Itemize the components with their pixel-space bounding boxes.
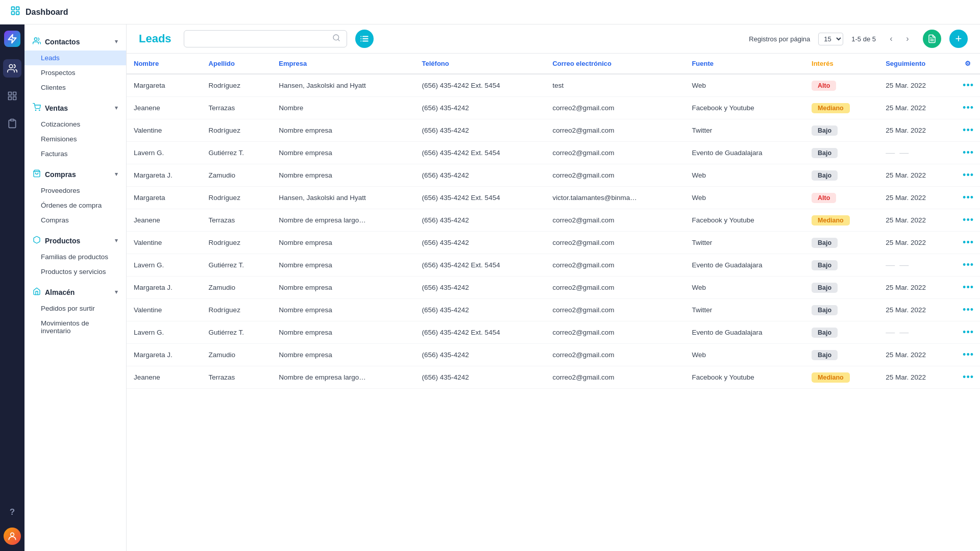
table-row[interactable]: Jeanene Terrazas Nombre de empresa largo… [127, 209, 980, 232]
row-actions-button[interactable]: ••• [963, 305, 974, 315]
table-row[interactable]: Lavern G. Gutiérrez T. Nombre empresa (6… [127, 142, 980, 164]
cell-empresa: Nombre empresa [272, 344, 414, 366]
cell-correo: victor.talamantes@binma… [545, 187, 684, 209]
sidebar-item-productos-servicios[interactable]: Productos y servicios [24, 264, 126, 279]
row-actions-button[interactable]: ••• [963, 192, 974, 203]
sidebar-section-almacen-header[interactable]: Almacén ▾ [24, 283, 126, 301]
cell-correo: correo2@gmail.com [545, 277, 684, 299]
cell-actions: ••• [955, 164, 980, 187]
nav-avatar[interactable] [4, 528, 21, 545]
cell-actions: ••• [955, 366, 980, 389]
prev-page-button[interactable]: ‹ [884, 32, 898, 46]
table-row[interactable]: Margareta J. Zamudio Nombre empresa (656… [127, 344, 980, 366]
sidebar-item-movimientos[interactable]: Movimientos de inventario [24, 316, 126, 338]
nav-contacts-icon[interactable] [3, 59, 21, 78]
nav-clipboard-icon[interactable] [3, 114, 21, 133]
cell-apellido: Rodríguez [202, 232, 272, 254]
sidebar-section-compras: Compras ▾ Proveedores Órdenes de compra … [24, 165, 126, 228]
table-row[interactable]: Jeanene Terrazas Nombre (656) 435-4242 c… [127, 97, 980, 119]
nav-grid-icon[interactable] [3, 87, 21, 105]
cell-fuente: Twitter [684, 299, 804, 321]
row-actions-button[interactable]: ••• [963, 80, 974, 91]
nav-help-icon[interactable]: ? [3, 503, 21, 521]
add-lead-button[interactable]: + [949, 30, 968, 48]
row-actions-button[interactable]: ••• [963, 372, 974, 383]
sidebar-item-proveedores[interactable]: Proveedores [24, 183, 126, 198]
sidebar-item-pedidos[interactable]: Pedidos por surtir [24, 301, 126, 316]
ventas-icon [33, 103, 41, 113]
cell-actions: ••• [955, 254, 980, 277]
cell-nombre: Valentine [127, 232, 202, 254]
row-actions-button[interactable]: ••• [963, 237, 974, 248]
cell-correo: correo2@gmail.com [545, 299, 684, 321]
col-interes[interactable]: Interés [804, 54, 878, 74]
row-actions-button[interactable]: ••• [963, 147, 974, 158]
sidebar-item-compras[interactable]: Compras [24, 213, 126, 228]
row-actions-button[interactable]: ••• [963, 215, 974, 226]
sidebar-item-clientes[interactable]: Clientes [24, 80, 126, 95]
sidebar-item-familias[interactable]: Familias de productos [24, 249, 126, 264]
interes-badge: Bajo [812, 328, 838, 338]
sidebar-item-cotizaciones[interactable]: Cotizaciones [24, 117, 126, 132]
table-row[interactable]: Margareta J. Zamudio Nombre empresa (656… [127, 277, 980, 299]
cell-apellido: Terrazas [202, 209, 272, 232]
col-settings[interactable]: ⚙ [955, 54, 980, 74]
sidebar-item-leads[interactable]: Leads [24, 51, 126, 65]
row-actions-button[interactable]: ••• [963, 282, 974, 293]
table-row[interactable]: Margareta J. Zamudio Nombre empresa (656… [127, 164, 980, 187]
col-empresa[interactable]: Empresa [272, 54, 414, 74]
table-row[interactable]: Valentine Rodríguez Nombre empresa (656)… [127, 119, 980, 142]
row-actions-button[interactable]: ••• [963, 125, 974, 136]
interes-badge: Mediano [812, 103, 850, 113]
sidebar-section-productos-header[interactable]: Productos ▾ [24, 232, 126, 249]
seguimiento-date: 25 Mar. 2022 [886, 216, 926, 224]
cell-correo: correo2@gmail.com [545, 366, 684, 389]
sidebar-item-facturas[interactable]: Facturas [24, 146, 126, 161]
table-container: Nombre Apellido Empresa Teléfono Correo … [127, 54, 980, 551]
cell-interes: Bajo [804, 142, 878, 164]
next-page-button[interactable]: › [900, 32, 915, 46]
col-seguimiento[interactable]: Seguimiento [878, 54, 955, 74]
interes-badge: Bajo [812, 126, 838, 136]
row-actions-button[interactable]: ••• [963, 349, 974, 360]
table-row[interactable]: Margareta Rodríguez Hansen, Jaskolski an… [127, 74, 980, 97]
table-row[interactable]: Lavern G. Gutiérrez T. Nombre empresa (6… [127, 254, 980, 277]
search-input[interactable] [190, 35, 332, 43]
table-row[interactable]: Valentine Rodríguez Nombre empresa (656)… [127, 299, 980, 321]
cell-nombre: Margareta J. [127, 344, 202, 366]
table-row[interactable]: Lavern G. Gutiérrez T. Nombre empresa (6… [127, 321, 980, 344]
cell-nombre: Valentine [127, 119, 202, 142]
sidebar-section-ventas-header[interactable]: Ventas ▾ [24, 99, 126, 117]
row-actions-button[interactable]: ••• [963, 170, 974, 181]
settings-icon[interactable]: ⚙ [965, 60, 971, 67]
table-row[interactable]: Jeanene Terrazas Nombre de empresa largo… [127, 366, 980, 389]
sidebar-section-compras-header[interactable]: Compras ▾ [24, 165, 126, 183]
cell-seguimiento: 25 Mar. 2022 [878, 232, 955, 254]
sidebar-item-ordenes[interactable]: Órdenes de compra [24, 198, 126, 213]
sidebar-item-remisiones[interactable]: Remisiones [24, 132, 126, 146]
row-actions-button[interactable]: ••• [963, 103, 974, 113]
col-apellido[interactable]: Apellido [202, 54, 272, 74]
cell-seguimiento: — — [878, 321, 955, 344]
table-row[interactable]: Margareta Rodríguez Hansen, Jaskolski an… [127, 187, 980, 209]
col-fuente[interactable]: Fuente [684, 54, 804, 74]
svg-rect-7 [9, 97, 12, 100]
col-correo[interactable]: Correo electrónico [545, 54, 684, 74]
app-logo[interactable] [4, 31, 20, 47]
leads-table: Nombre Apellido Empresa Teléfono Correo … [127, 54, 980, 389]
col-nombre[interactable]: Nombre [127, 54, 202, 74]
cell-interes: Bajo [804, 344, 878, 366]
sidebar-item-prospectos[interactable]: Prospectos [24, 65, 126, 80]
sidebar-section-contactos-header[interactable]: Contactos ▾ [24, 33, 126, 51]
per-page-select[interactable]: 15 25 50 [818, 33, 843, 45]
export-xls-button[interactable] [923, 30, 941, 48]
table-row[interactable]: Valentine Rodríguez Nombre empresa (656)… [127, 232, 980, 254]
svg-rect-1 [16, 7, 19, 10]
row-actions-button[interactable]: ••• [963, 327, 974, 338]
cell-correo: correo2@gmail.com [545, 209, 684, 232]
col-telefono[interactable]: Teléfono [415, 54, 546, 74]
filter-button[interactable] [355, 30, 374, 48]
cell-interes: Bajo [804, 164, 878, 187]
svg-point-12 [35, 110, 36, 110]
row-actions-button[interactable]: ••• [963, 260, 974, 270]
